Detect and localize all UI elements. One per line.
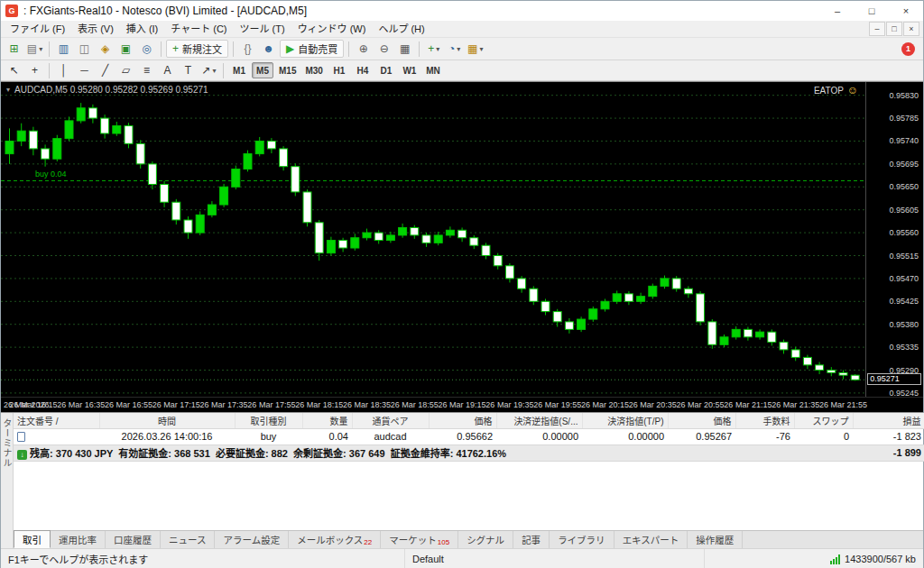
tab-mailbox[interactable]: メールボックス22 [289,531,381,548]
tab-exposure[interactable]: 運用比率 [51,531,106,548]
timeframe-h1[interactable]: H1 [328,62,350,78]
channel-icon[interactable]: ▱ [116,61,135,79]
status-profile[interactable]: Default [405,549,705,568]
cursor-icon[interactable]: ↖ [5,61,23,79]
timeframe-h4[interactable]: H4 [352,62,374,78]
zoom-out-icon[interactable]: ⊖ [374,40,393,58]
autotrading-button-label: 自動売買 [298,41,337,56]
menu-insert[interactable]: 挿入 (I) [120,21,164,38]
price-axis[interactable]: 0.95271 0.958300.957850.957400.956950.95… [865,82,923,398]
tab-alerts[interactable]: アラーム設定 [215,531,289,548]
data-window-icon[interactable]: ◫ [75,40,94,58]
trendline-icon[interactable]: ╱ [96,61,115,79]
tab-news[interactable]: ニュース [161,531,215,548]
tab-market[interactable]: マーケット105 [381,531,458,548]
col-sl[interactable]: 決済逆指値(S/... [496,413,582,428]
timeframe-w1[interactable]: W1 [399,62,420,78]
tab-experts[interactable]: エキスパート [614,531,688,548]
terminal-side-strip[interactable]: ターミナル [1,413,14,548]
navigator-icon[interactable]: ◈ [96,40,115,58]
tab-library[interactable]: ライブラリ [550,531,614,548]
line-studies-toolbar: ↖+│─╱▱≡AT↗▾ M1M5M15M30H1H4D1W1MN [1,60,923,81]
tile-windows-icon[interactable]: ▦ [395,40,414,58]
tab-account-history[interactable]: 口座履歴 [106,531,161,548]
ea-status-icon[interactable]: ☺ [847,85,858,96]
label-tool-icon[interactable]: T [179,61,198,79]
shapes-icon[interactable]: ↗▾ [199,61,218,79]
col-commission[interactable]: 手数料 [735,413,794,428]
col-time[interactable]: 時間 [99,413,235,428]
price-axis-label: 0.95380 [889,321,919,329]
price-axis-label: 0.95695 [889,160,919,169]
menu-window[interactable]: ウィンドウ (W) [291,21,373,38]
metaeditor-icon[interactable]: {} [238,40,257,58]
autotrading-button[interactable]: ▶自動売買 [280,40,344,58]
templates-icon: ▦ [467,43,477,54]
market-watch-icon[interactable]: ▥ [54,40,73,58]
crosshair-icon[interactable]: + [25,61,44,79]
maximize-button[interactable]: □ [855,1,889,21]
tab-trade[interactable]: 取引 [14,530,51,548]
menu-help[interactable]: ヘルプ (H) [372,21,430,38]
col-order[interactable]: 注文番号 / [14,413,99,428]
timeframe-m15[interactable]: M15 [275,62,300,78]
child-minimize-button[interactable]: – [869,22,885,36]
strategy-tester-icon[interactable]: ◎ [137,40,156,58]
tab-signals[interactable]: シグナル [458,531,513,548]
close-button[interactable]: × [889,1,923,21]
profiles-icon[interactable]: ▤▾ [25,40,44,58]
col-symbol[interactable]: 通貨ペア [352,413,429,428]
periods-icon[interactable]: ◔▾ [445,40,464,58]
child-close-button[interactable]: × [903,22,919,36]
order-current-price: 0.95267 [668,428,735,444]
community-icon[interactable]: ☻ [259,40,278,58]
tab-library-label: ライブラリ [558,533,605,546]
time-axis[interactable]: 26 Mar 202626 Mar 16:1526 Mar 16:3526 Ma… [1,397,923,412]
text-tool-icon[interactable]: A [158,61,177,79]
col-type[interactable]: 取引種別 [235,413,302,428]
horizontal-line-icon[interactable]: ─ [75,61,94,79]
notification-badge[interactable]: 1 [901,42,915,56]
col-price-open[interactable]: 価格 [429,413,496,428]
time-axis-label: 26 Mar 18:35 [343,400,391,409]
terminal-panel-icon[interactable]: ▣ [116,40,135,58]
toolbar-separator [49,63,50,78]
timeframe-m1[interactable]: M1 [228,62,250,78]
col-volume[interactable]: 数量 [302,413,352,428]
open-order-row[interactable]: 2026.03.26 14:00:16 buy 0.04 audcad 0.95… [14,428,924,444]
menu-file[interactable]: ファイル (F) [4,21,71,38]
status-traffic: 1433900/567 kb [823,549,923,568]
zoom-in-icon[interactable]: ⊕ [354,40,373,58]
tab-mailbox-badge: 22 [364,538,372,546]
new-chart-icon[interactable]: ⊞ [5,40,23,58]
time-axis-label: 26 Mar 17:35 [200,400,248,409]
time-axis-label: 26 Mar 19:55 [533,400,581,409]
tab-articles[interactable]: 記事 [513,531,550,548]
menu-view[interactable]: 表示 (V) [71,21,120,38]
candlestick-chart [1,82,867,398]
tab-journal[interactable]: 操作履歴 [688,531,743,548]
fibonacci-icon[interactable]: ≡ [137,61,156,79]
col-swap[interactable]: スワップ [794,413,853,428]
vertical-line-icon[interactable]: │ [54,61,73,79]
minimize-button[interactable]: – [820,1,855,21]
timeframe-mn[interactable]: MN [422,62,444,78]
child-restore-button[interactable]: □ [886,22,902,36]
col-tp[interactable]: 決済指値(T/P) [582,413,668,428]
menu-charts[interactable]: チャート (C) [164,21,233,38]
new-order-button[interactable]: +新規注文 [166,40,228,58]
timeframe-m5[interactable]: M5 [252,62,273,78]
timeframe-d1[interactable]: D1 [375,62,397,78]
templates-icon[interactable]: ▦▾ [466,40,485,58]
timeframe-m30[interactable]: M30 [301,62,326,78]
col-price-current[interactable]: 価格 [668,413,735,428]
navigator-icon: ◈ [101,43,109,54]
chart-plot[interactable]: ▾ AUDCAD,M5 0.95280 0.95282 0.95269 0.95… [1,82,865,398]
order-swap: 0 [794,428,853,444]
dropdown-arrow-icon: ▾ [457,45,460,53]
col-profit[interactable]: 損益 [853,413,924,428]
data-window-icon: ◫ [79,43,89,54]
indicators-icon[interactable]: +▾ [424,40,443,58]
menu-tools[interactable]: ツール (T) [234,21,291,38]
chart-collapse-icon[interactable]: ▾ [6,86,10,94]
